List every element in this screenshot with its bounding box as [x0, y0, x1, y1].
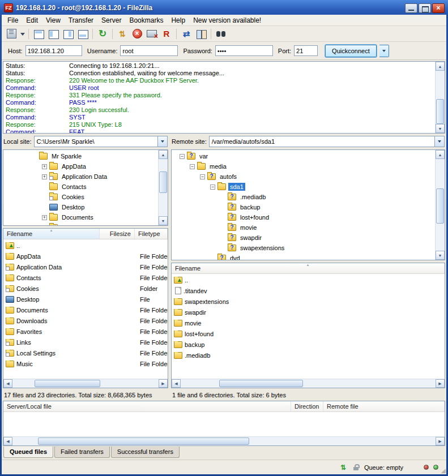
expander-icon[interactable] [42, 174, 47, 179]
scrollbar-thumb[interactable] [159, 171, 167, 193]
file-row[interactable]: AppData File Folder [3, 251, 168, 261]
scrollbar-thumb[interactable] [38, 438, 250, 445]
expander-icon[interactable] [190, 164, 195, 169]
remote-site-combo[interactable]: /var/media/autofs/sda1 [209, 136, 445, 147]
tree-item[interactable]: autofs [172, 171, 435, 182]
scroll-down-icon[interactable] [159, 216, 168, 225]
local-tree-scrollbar[interactable] [158, 150, 168, 225]
resize-grip[interactable] [441, 468, 446, 474]
chevron-down-icon[interactable] [434, 136, 444, 147]
scrollbar-track[interactable] [181, 379, 436, 388]
tree-item[interactable]: var [172, 151, 435, 161]
scrollbar-thumb[interactable] [219, 380, 304, 387]
menu-item[interactable]: View [42, 15, 65, 25]
scroll-left-icon[interactable] [3, 379, 12, 388]
tree-item[interactable]: Documents [3, 212, 158, 222]
remote-list-hscrollbar[interactable] [172, 379, 445, 388]
menu-item[interactable]: Bookmarks [125, 15, 167, 25]
expander-icon[interactable] [210, 185, 215, 190]
scrollbar-track[interactable] [159, 159, 168, 216]
minimize-button[interactable] [405, 3, 417, 13]
file-row[interactable]: Favorites File Folder [3, 326, 168, 337]
tree-item[interactable]: Application Data [3, 171, 158, 182]
file-row[interactable]: Documents File Folder [3, 305, 168, 315]
column-header-server-local-file[interactable]: Server/Local file [3, 401, 291, 411]
site-manager-dropdown-icon[interactable] [19, 27, 26, 41]
queue-tab[interactable]: Queued files [3, 447, 53, 458]
scrollbar-track[interactable] [12, 437, 436, 445]
file-row[interactable]: .. [172, 275, 445, 285]
scrollbar-thumb[interactable] [436, 99, 444, 124]
menu-item[interactable]: Transfer [65, 15, 97, 25]
local-list-hscrollbar[interactable] [3, 379, 168, 388]
tree-item[interactable]: Mr Sparkle [3, 151, 158, 161]
expander-icon[interactable] [180, 154, 185, 159]
refresh-icon[interactable] [95, 27, 110, 41]
title-bar[interactable]: FZ 192.168.1.20 - root@192.168.1.20 - Fi… [2, 0, 446, 15]
column-header-direction[interactable]: Direction [291, 401, 323, 411]
file-row[interactable]: swapdir [172, 307, 445, 318]
menu-item[interactable]: Help [167, 15, 189, 25]
scroll-left-icon[interactable] [3, 437, 12, 445]
scroll-up-icon[interactable] [159, 150, 168, 159]
scroll-up-icon[interactable] [436, 62, 445, 71]
column-header-filename[interactable]: Filename [3, 229, 100, 239]
expander-icon[interactable] [200, 174, 205, 179]
file-row[interactable]: .. [3, 240, 168, 251]
file-row[interactable]: Downloads File Folder [3, 315, 168, 326]
maximize-button[interactable] [419, 3, 431, 13]
host-input[interactable] [25, 45, 82, 56]
tree-item[interactable]: media [172, 161, 435, 171]
quickconnect-button[interactable]: Quickconnect [325, 45, 377, 57]
cancel-icon[interactable] [130, 27, 144, 41]
scrollbar-track[interactable] [436, 71, 445, 124]
queue-toggle-icon[interactable] [75, 27, 90, 41]
tree-item[interactable]: Contacts [3, 182, 158, 192]
scroll-up-icon[interactable] [436, 150, 445, 159]
password-input[interactable] [215, 45, 273, 56]
expander-icon[interactable] [42, 164, 47, 169]
remote-tree-scrollbar[interactable] [435, 150, 445, 260]
remote-tree-toggle-icon[interactable] [61, 27, 75, 41]
reconnect-icon[interactable] [159, 27, 174, 41]
file-row[interactable]: movie [172, 318, 445, 328]
file-row[interactable]: Application Data File Folder [3, 261, 168, 272]
scrollbar-thumb[interactable] [436, 188, 444, 224]
speed-limits-icon[interactable] [339, 464, 347, 471]
scroll-left-icon[interactable] [172, 379, 181, 388]
queue-hscrollbar[interactable] [3, 436, 445, 445]
file-row[interactable]: Music File Folder [3, 358, 168, 369]
expander-icon[interactable] [42, 225, 47, 226]
tree-item[interactable]: swapextensions [172, 243, 435, 253]
scroll-down-icon[interactable] [436, 124, 445, 133]
tree-item[interactable]: .mediadb [172, 192, 435, 202]
find-files-icon[interactable] [214, 27, 228, 41]
file-row[interactable]: swapextensions [172, 296, 445, 307]
log-scrollbar[interactable] [435, 62, 445, 133]
queue-tab[interactable]: Failed transfers [54, 447, 110, 458]
tree-item[interactable]: Cookies [3, 192, 158, 202]
scroll-right-icon[interactable] [436, 379, 445, 388]
tree-item[interactable]: AppData [3, 161, 158, 171]
file-row[interactable]: .mediadb [172, 350, 445, 361]
scroll-right-icon[interactable] [159, 379, 168, 388]
site-manager-icon[interactable] [4, 27, 19, 41]
directory-comparison-icon[interactable] [194, 27, 208, 41]
scroll-right-icon[interactable] [436, 437, 445, 445]
menu-item[interactable]: File [3, 15, 22, 25]
column-header-filename[interactable]: Filename [172, 263, 445, 273]
tree-item[interactable]: Downloads [3, 222, 158, 225]
queue-tab[interactable]: Successful transfers [111, 447, 180, 458]
close-button[interactable] [432, 3, 445, 13]
menu-item[interactable]: New version available! [189, 15, 265, 25]
port-input[interactable] [294, 45, 318, 56]
expander-icon[interactable] [42, 215, 47, 220]
scrollbar-thumb[interactable] [35, 380, 100, 387]
file-row[interactable]: Links File Folder [3, 337, 168, 348]
tree-item[interactable]: swapdir [172, 233, 435, 243]
file-row[interactable]: Local Settings File Folder [3, 348, 168, 358]
column-header-filesize[interactable]: Filesize [100, 229, 135, 239]
file-row[interactable]: Desktop File [3, 294, 168, 305]
local-tree-toggle-icon[interactable] [46, 27, 61, 41]
tree-item[interactable]: lost+found [172, 212, 435, 222]
